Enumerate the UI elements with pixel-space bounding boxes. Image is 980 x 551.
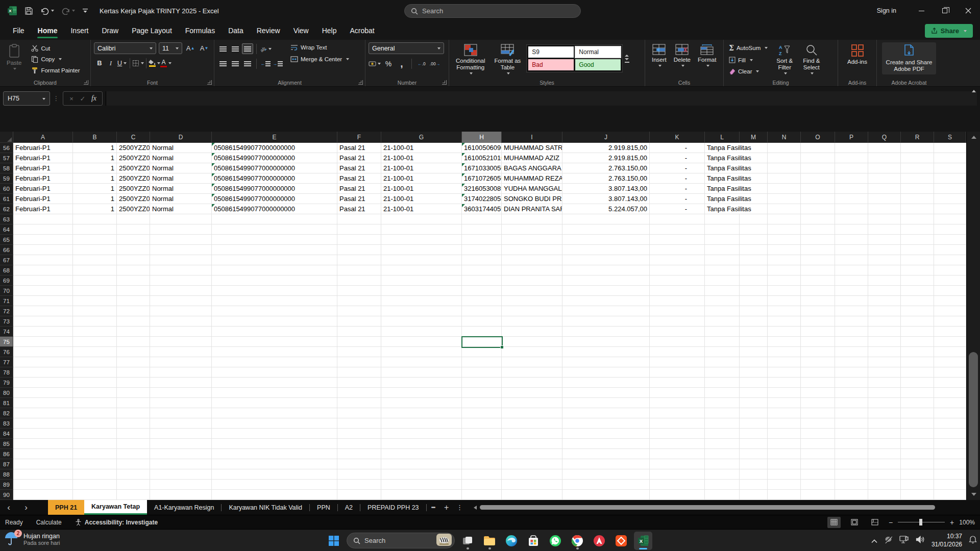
cell-Q65[interactable] [868, 235, 901, 245]
cell-E78[interactable] [212, 367, 337, 378]
insert-function-icon[interactable]: fx [89, 94, 99, 103]
cell-S60[interactable] [934, 184, 966, 194]
cell-O68[interactable] [801, 265, 835, 276]
cell-E60[interactable]: 0508615499077000000000 [212, 184, 337, 194]
cell-F81[interactable] [337, 398, 381, 408]
cell-L79[interactable] [705, 378, 740, 388]
cell-C82[interactable] [117, 408, 150, 418]
cell-J58[interactable]: 2.763.150,00 [562, 163, 650, 173]
sheet-menu-button[interactable]: ⋮ [453, 500, 467, 515]
cell-J79[interactable] [562, 378, 650, 388]
zoom-level[interactable]: 100% [959, 519, 975, 526]
close-button[interactable] [957, 0, 980, 21]
cell-G81[interactable] [381, 398, 462, 408]
row-header-74[interactable]: 74 [0, 327, 13, 337]
cell-S71[interactable] [934, 296, 966, 306]
cell-D70[interactable] [150, 286, 212, 296]
cell-L88[interactable] [705, 469, 740, 480]
cell-P80[interactable] [835, 388, 868, 398]
cell-K64[interactable] [650, 224, 705, 235]
cell-D86[interactable] [150, 449, 212, 459]
cell-F77[interactable] [337, 357, 381, 367]
cell-A79[interactable] [13, 378, 73, 388]
new-sheet-button[interactable]: + [440, 500, 453, 515]
column-header-G[interactable]: G [381, 132, 462, 143]
cell-I76[interactable] [502, 347, 562, 357]
cell-P60[interactable] [835, 184, 868, 194]
cell-Q75[interactable] [868, 337, 901, 347]
cell-L87[interactable] [705, 459, 740, 469]
tab-review[interactable]: Review [250, 21, 287, 40]
cell-L69[interactable] [705, 276, 740, 286]
fill-handle[interactable] [500, 345, 504, 349]
cell-J90[interactable] [562, 490, 650, 500]
cell-P57[interactable] [835, 153, 868, 163]
row-header-72[interactable]: 72 [0, 306, 13, 316]
cell-H89[interactable] [462, 480, 502, 490]
cell-F74[interactable] [337, 327, 381, 337]
cell-J72[interactable] [562, 306, 650, 316]
cell-K68[interactable] [650, 265, 705, 276]
cell-F84[interactable] [337, 429, 381, 439]
column-header-Q[interactable]: Q [868, 132, 901, 143]
cell-F65[interactable] [337, 235, 381, 245]
cell-L70[interactable] [705, 286, 740, 296]
row-header-81[interactable]: 81 [0, 398, 13, 408]
column-header-S[interactable]: S [934, 132, 966, 143]
cell-B56[interactable]: 1 [73, 143, 117, 153]
cell-F67[interactable] [337, 255, 381, 265]
cell-P90[interactable] [835, 490, 868, 500]
cell-N73[interactable] [768, 316, 801, 327]
cell-C60[interactable]: 2500YZZ0B [117, 184, 150, 194]
cell-R58[interactable] [901, 163, 934, 173]
format-painter-button[interactable]: Format Painter [29, 66, 82, 75]
cell-I67[interactable] [502, 255, 562, 265]
cell-style-s9[interactable]: S9 [528, 46, 574, 58]
cell-H64[interactable] [462, 224, 502, 235]
cell-H57[interactable]: 16100521010 [462, 153, 502, 163]
cell-N84[interactable] [768, 429, 801, 439]
cell-J74[interactable] [562, 327, 650, 337]
cell-N62[interactable] [768, 204, 801, 214]
cell-O57[interactable] [801, 153, 835, 163]
cell-H59[interactable]: 16710726050 [462, 173, 502, 184]
cell-B66[interactable] [73, 245, 117, 255]
cell-B76[interactable] [73, 347, 117, 357]
row-header-68[interactable]: 68 [0, 265, 13, 276]
cell-L66[interactable] [705, 245, 740, 255]
cell-B59[interactable]: 1 [73, 173, 117, 184]
cell-G86[interactable] [381, 449, 462, 459]
cell-K75[interactable] [650, 337, 705, 347]
cell-O83[interactable] [801, 418, 835, 429]
cell-B58[interactable]: 1 [73, 163, 117, 173]
cell-J71[interactable] [562, 296, 650, 306]
cell-G58[interactable]: 21-100-01 [381, 163, 462, 173]
cell-C90[interactable] [117, 490, 150, 500]
row-header-62[interactable]: 62 [0, 204, 13, 214]
cell-I87[interactable] [502, 459, 562, 469]
cell-R62[interactable] [901, 204, 934, 214]
cell-F85[interactable] [337, 439, 381, 449]
insert-cells-button[interactable]: Insert [648, 42, 670, 68]
diamond-app-icon[interactable] [612, 532, 630, 550]
cell-S66[interactable] [934, 245, 966, 255]
cell-F69[interactable] [337, 276, 381, 286]
cell-P88[interactable] [835, 469, 868, 480]
cell-D74[interactable] [150, 327, 212, 337]
cell-A75[interactable] [13, 337, 73, 347]
cell-G82[interactable] [381, 408, 462, 418]
cell-P81[interactable] [835, 398, 868, 408]
cell-B77[interactable] [73, 357, 117, 367]
orientation-button[interactable]: ab [260, 43, 272, 54]
font-family-select[interactable]: Calibri [94, 42, 156, 54]
cell-B90[interactable] [73, 490, 117, 500]
cell-E73[interactable] [212, 316, 337, 327]
cell-P76[interactable] [835, 347, 868, 357]
formula-input[interactable] [106, 91, 977, 106]
cell-S63[interactable] [934, 214, 966, 224]
cell-M76[interactable] [740, 347, 768, 357]
row-header-59[interactable]: 59 [0, 173, 13, 184]
cell-R74[interactable] [901, 327, 934, 337]
cell-S67[interactable] [934, 255, 966, 265]
cell-Q63[interactable] [868, 214, 901, 224]
